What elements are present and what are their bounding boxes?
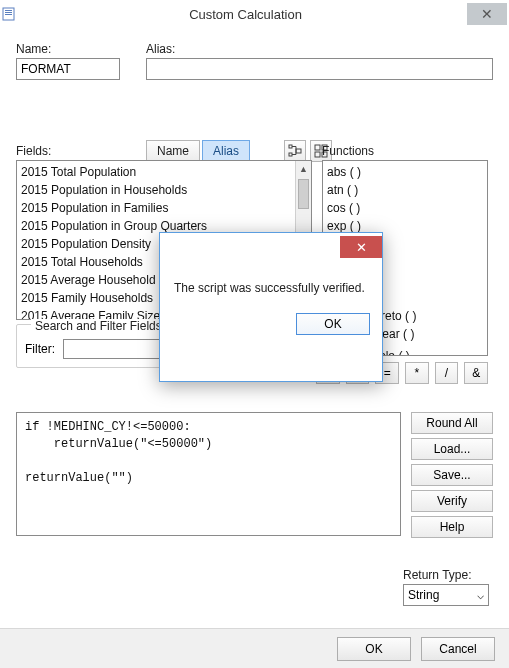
verify-button[interactable]: Verify	[411, 490, 493, 512]
ok-button[interactable]: OK	[337, 637, 411, 661]
window-close-button[interactable]: ✕	[467, 3, 507, 25]
functions-label: Functions	[322, 144, 488, 158]
save-button[interactable]: Save...	[411, 464, 493, 486]
app-icon	[2, 6, 18, 22]
svg-rect-2	[5, 12, 12, 13]
round-all-button[interactable]: Round All	[411, 412, 493, 434]
list-item[interactable]: atn ( )	[327, 181, 483, 199]
list-item[interactable]: 2015 Population in Families	[21, 199, 307, 217]
op-amp-button[interactable]: &	[464, 362, 488, 384]
modal-ok-button[interactable]: OK	[296, 313, 370, 335]
modal-close-button[interactable]: ✕	[340, 236, 382, 258]
filter-label: Filter:	[25, 342, 55, 356]
name-input[interactable]	[16, 58, 120, 80]
scroll-up-icon[interactable]: ▲	[296, 161, 311, 177]
verify-result-dialog: ✕ The script was successfully verified. …	[159, 232, 383, 382]
scroll-thumb[interactable]	[298, 179, 309, 209]
return-type-label: Return Type:	[403, 568, 493, 582]
svg-rect-7	[315, 145, 320, 150]
list-item[interactable]: abs ( )	[327, 163, 483, 181]
modal-title-bar: ✕	[160, 233, 382, 261]
alias-input[interactable]	[146, 58, 493, 80]
fields-label: Fields:	[16, 144, 312, 158]
list-item[interactable]: 2015 Total Population	[21, 163, 307, 181]
list-item[interactable]: 2015 Population in Households	[21, 181, 307, 199]
alias-label: Alias:	[146, 42, 493, 56]
modal-message: The script was successfully verified.	[160, 261, 382, 305]
svg-rect-3	[5, 14, 12, 15]
script-textarea[interactable]: if !MEDHINC_CY!<=50000: returnValue("<=5…	[16, 412, 401, 536]
op-mul-button[interactable]: *	[405, 362, 429, 384]
title-bar: Custom Calculation ✕	[0, 0, 509, 28]
return-type-value: String	[408, 588, 439, 602]
dialog-footer: OK Cancel	[0, 628, 509, 668]
return-type-select[interactable]: String ⌵	[403, 584, 489, 606]
window-title: Custom Calculation	[24, 7, 467, 22]
op-div-button[interactable]: /	[435, 362, 459, 384]
search-filter-title: Search and Filter Fields	[31, 319, 166, 333]
svg-rect-9	[315, 152, 320, 157]
list-item[interactable]: cos ( )	[327, 199, 483, 217]
svg-rect-1	[5, 10, 12, 11]
help-button[interactable]: Help	[411, 516, 493, 538]
name-label: Name:	[16, 42, 126, 56]
chevron-down-icon: ⌵	[472, 588, 488, 602]
load-button[interactable]: Load...	[411, 438, 493, 460]
cancel-button[interactable]: Cancel	[421, 637, 495, 661]
